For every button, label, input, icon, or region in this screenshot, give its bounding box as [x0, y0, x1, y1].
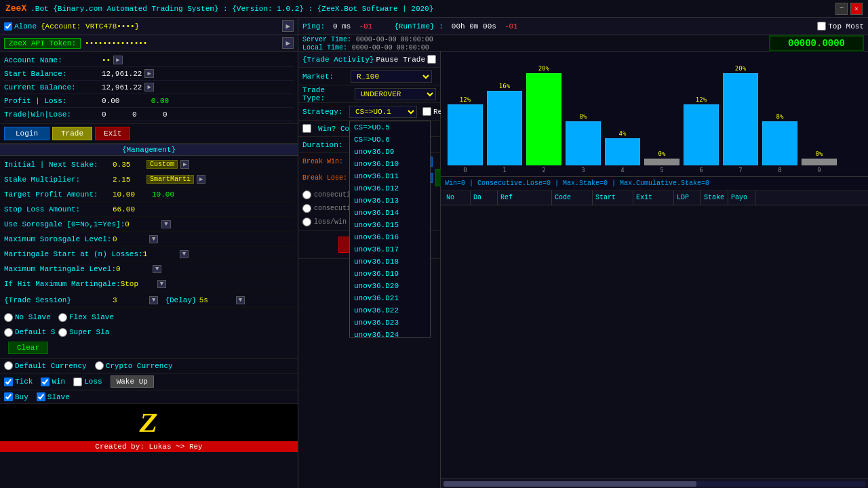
dropdown-item-d16[interactable]: unov36.D16: [350, 231, 430, 243]
strategy-select[interactable]: CS=>UO.1: [349, 106, 417, 118]
no-slave-label[interactable]: No Slave: [4, 313, 58, 322]
use-sorosgale-expand[interactable]: ▼: [161, 220, 170, 228]
bar-rect-6[interactable]: [684, 104, 719, 165]
close-button[interactable]: ✕: [850, 3, 863, 15]
exit-button[interactable]: Exit: [95, 127, 130, 140]
start-balance-expand[interactable]: ▶: [144, 69, 153, 78]
minimize-button[interactable]: −: [835, 3, 848, 15]
tick-checkbox[interactable]: [4, 378, 13, 386]
dropdown-item-d22[interactable]: unov36.D22: [350, 304, 430, 317]
current-balance-expand[interactable]: ▶: [144, 83, 153, 92]
trade-session-expand[interactable]: ▼: [149, 296, 158, 304]
slave-checkbox[interactable]: [37, 392, 45, 401]
col-ref: Ref: [498, 190, 552, 205]
win-checkbox-label[interactable]: Win: [41, 378, 65, 386]
trade-win-lose-label: Trade|Win|Lose:: [4, 110, 99, 119]
login-button[interactable]: Login: [4, 127, 50, 140]
custom-button[interactable]: Custom: [146, 160, 178, 169]
scroll-thumb[interactable]: [443, 481, 696, 487]
dropdown-item-d10[interactable]: unov36.D10: [350, 158, 430, 170]
default-slave-radio[interactable]: [4, 328, 13, 337]
bar-rect-3[interactable]: [566, 121, 601, 165]
bar-rect-8[interactable]: [762, 121, 797, 165]
dropdown-item-d21[interactable]: unov36.D21: [350, 292, 430, 304]
top-bar: Alone {Account: VRTC478••••} ▶: [0, 18, 298, 35]
dropdown-item-d15[interactable]: unov36.D15: [350, 219, 430, 231]
reverse-checkbox[interactable]: [422, 107, 431, 116]
col-exit: Exit: [633, 190, 674, 205]
tick-checkbox-label[interactable]: Tick: [4, 378, 33, 386]
dropdown-item-d23[interactable]: unov36.D23: [350, 317, 430, 329]
activity-radio-3[interactable]: [302, 218, 311, 226]
bar-rect-4[interactable]: [605, 138, 640, 165]
stake-multiplier-expand[interactable]: ▶: [197, 175, 205, 184]
dropdown-item-d13[interactable]: unov36.D13: [350, 195, 430, 207]
trade-button[interactable]: Trade: [52, 127, 92, 140]
bar-rect-2[interactable]: [526, 73, 561, 165]
activity-radio-1[interactable]: [302, 190, 311, 199]
bar-rect-0[interactable]: [448, 104, 483, 165]
account-name-expand[interactable]: ▶: [113, 56, 122, 64]
trade-type-select[interactable]: UNDEROVER: [355, 88, 436, 100]
topmost-checkbox-label[interactable]: Top Most: [817, 22, 864, 30]
alone-checkbox-label[interactable]: Alone: [4, 22, 37, 30]
pause-trade-checkbox[interactable]: [427, 55, 436, 64]
dropdown-item-d18[interactable]: unov36.D18: [350, 256, 430, 268]
no-slave-radio[interactable]: [4, 313, 13, 322]
super-slave-radio[interactable]: [58, 328, 67, 337]
dropdown-item-d14[interactable]: unov36.D14: [350, 207, 430, 219]
buy-checkbox[interactable]: [4, 392, 13, 401]
activity-radio-2[interactable]: [302, 204, 311, 213]
crypto-currency-radio[interactable]: [95, 361, 104, 370]
default-slave-label[interactable]: Default S: [4, 328, 58, 337]
dropdown-item-d17[interactable]: unov36.D17: [350, 243, 430, 256]
alone-checkbox[interactable]: [4, 22, 12, 30]
delay-expand[interactable]: ▼: [236, 296, 245, 304]
wake-up-button[interactable]: Wake Up: [111, 375, 154, 388]
initial-stake-expand[interactable]: ▶: [180, 160, 189, 169]
dropdown-item-d9[interactable]: unov36.D9: [350, 146, 430, 158]
loss-checkbox[interactable]: [73, 378, 82, 386]
bar-rect-9[interactable]: [802, 159, 837, 165]
account-text: {Account: VRTC478••••}: [41, 22, 139, 30]
dropdown-item-d11[interactable]: unov36.D11: [350, 170, 430, 182]
clear-button[interactable]: Clear: [8, 342, 48, 354]
win-continue-checkbox[interactable]: [302, 124, 311, 133]
title-controls: − ✕: [835, 3, 863, 15]
default-currency-label[interactable]: Default Currency: [4, 361, 87, 370]
dropdown-item-cs-uo6[interactable]: CS=>UO.6: [350, 134, 430, 146]
max-martingale-expand[interactable]: ▼: [153, 265, 161, 273]
flex-slave-radio[interactable]: [58, 313, 67, 322]
max-martingale-label: Maximum Martingale Level:: [4, 265, 116, 273]
dropdown-item-d20[interactable]: unov36.D20: [350, 280, 430, 292]
slave-section: No Slave Flex Slave Default S Super Sla: [0, 308, 298, 359]
market-select[interactable]: R_100: [351, 70, 432, 83]
flex-slave-label[interactable]: Flex Slave: [58, 313, 114, 322]
crypto-currency-label[interactable]: Crypto Currency: [95, 361, 173, 370]
smartmarti-button[interactable]: SmartMarti: [146, 175, 194, 184]
loss-checkbox-label[interactable]: Loss: [73, 378, 102, 386]
bar-rect-5[interactable]: [644, 159, 679, 165]
dropdown-item-d12[interactable]: unov36.D12: [350, 182, 430, 195]
dropdown-item-d19[interactable]: unov36.D19: [350, 268, 430, 280]
dropdown-item-cs-uo5[interactable]: CS=>UO.5: [350, 121, 430, 134]
pause-trade-text: Pause Trade: [376, 56, 425, 64]
win-checkbox[interactable]: [41, 378, 50, 386]
bar-rect-1[interactable]: [487, 91, 522, 165]
super-slave-label[interactable]: Super Sla: [58, 328, 113, 337]
top-expand-button[interactable]: ▶: [282, 20, 294, 32]
topmost-checkbox[interactable]: [817, 22, 826, 30]
scroll-track[interactable]: [443, 481, 865, 487]
api-expand-button[interactable]: ▶: [282, 37, 294, 49]
buy-checkbox-label[interactable]: Buy: [4, 392, 28, 401]
max-sorosgale-expand[interactable]: ▼: [149, 235, 158, 243]
strategy-dropdown[interactable]: CS=>UO.5 CS=>UO.6 unov36.D9 unov36.D10 u…: [349, 121, 431, 338]
dropdown-item-d24[interactable]: unov36.D24: [350, 329, 430, 338]
martingale-start-expand[interactable]: ▼: [180, 250, 189, 258]
bar-rect-7[interactable]: [723, 73, 758, 165]
pause-trade-label[interactable]: Pause Trade: [376, 55, 436, 64]
default-currency-radio[interactable]: [4, 361, 13, 370]
if-hit-expand[interactable]: ▼: [157, 280, 166, 288]
horizontal-scrollbar[interactable]: [441, 479, 868, 488]
slave-checkbox-label[interactable]: Slave: [37, 392, 70, 401]
